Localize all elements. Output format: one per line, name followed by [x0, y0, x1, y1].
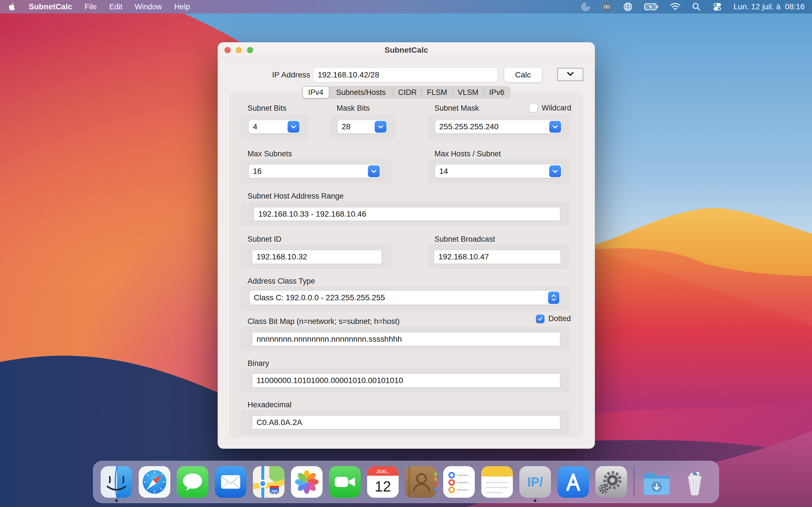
zoom-button[interactable]: [247, 47, 253, 53]
tab-bar: IPv4 Subnets/Hosts CIDR FLSM VLSM IPv6: [302, 86, 511, 99]
menu-file[interactable]: File: [85, 3, 97, 11]
wildcard-checkbox-row: Wildcard: [529, 104, 571, 112]
svg-text:12: 12: [375, 478, 391, 495]
dock-separator: [633, 466, 635, 497]
tab-flsm[interactable]: FLSM: [422, 87, 452, 98]
svg-text:IP/: IP/: [527, 474, 543, 489]
menu-clock[interactable]: Lun. 12 juil. à 08:16: [733, 2, 805, 11]
dock-safari-icon[interactable]: [139, 466, 170, 498]
subnet-id-field[interactable]: 192.168.10.32: [252, 250, 382, 264]
class-bit-map-label: Class Bit Map (n=network; s=subnet; h=ho…: [248, 317, 400, 326]
dotted-checkbox-row: Dotted: [536, 314, 571, 323]
chevron-down-icon: [566, 71, 574, 78]
calc-button[interactable]: Calc: [504, 68, 542, 82]
dock-subnetcalc-icon[interactable]: IP/: [519, 466, 551, 498]
minimize-button[interactable]: [236, 47, 242, 53]
binary-label: Binary: [248, 359, 269, 368]
hexadecimal-field[interactable]: C0.A8.0A.2A: [252, 415, 560, 429]
host-range-label: Subnet Host Address Range: [248, 192, 344, 201]
chevron-down-icon[interactable]: [368, 165, 380, 177]
mask-bits-dropdown[interactable]: 28: [338, 120, 388, 133]
ip-address-input[interactable]: 192.168.10.42/28: [313, 68, 498, 82]
mask-bits-label: Mask Bits: [337, 104, 370, 113]
class-bit-map-field[interactable]: nnnnnnnn.nnnnnnnn.nnnnnnnn.sssshhhh: [252, 332, 560, 346]
desktop: SubnetCalc File Edit Window Help: [0, 0, 812, 507]
menu-help[interactable]: Help: [174, 3, 190, 11]
max-subnets-dropdown[interactable]: 16: [249, 165, 380, 178]
dock-reminders-icon[interactable]: [443, 466, 475, 498]
dock-photos-icon[interactable]: [291, 466, 322, 498]
tab-subnets-hosts[interactable]: Subnets/Hosts: [329, 87, 393, 98]
dock-contacts-icon[interactable]: [405, 466, 437, 498]
subnet-broadcast-label: Subnet Broadcast: [435, 235, 495, 244]
binary-field[interactable]: 11000000.10101000.00001010.00101010: [252, 374, 560, 388]
host-range-field[interactable]: 192.168.10.33 - 192.168.10.46: [254, 207, 560, 221]
subnet-bits-label: Subnet Bits: [248, 104, 287, 113]
max-hosts-label: Max Hosts / Subnet: [435, 150, 501, 158]
hexadecimal-label: Hexadecimal: [248, 400, 292, 409]
title-bar[interactable]: SubnetCalc: [218, 42, 595, 58]
menu-window[interactable]: Window: [135, 3, 162, 11]
globe-icon[interactable]: [623, 2, 633, 11]
dock-app-store-icon[interactable]: [557, 466, 589, 498]
dock-calendar-icon[interactable]: JUIL. 12: [367, 466, 399, 498]
dock: 280: [93, 461, 719, 503]
tab-ipv4[interactable]: IPv4: [303, 87, 329, 98]
dock-mail-icon[interactable]: [215, 466, 246, 498]
dotted-label: Dotted: [548, 314, 571, 323]
dock-trash-icon[interactable]: [679, 466, 711, 498]
chevron-down-icon[interactable]: [375, 121, 387, 133]
battery-charging-icon[interactable]: [644, 3, 659, 11]
dock-messages-icon[interactable]: [177, 466, 208, 498]
dock-downloads-folder-icon[interactable]: [641, 466, 672, 498]
subnet-mask-dropdown[interactable]: 255.255.255.240: [435, 120, 562, 133]
max-subnets-label: Max Subnets: [248, 150, 292, 158]
wildcard-label: Wildcard: [542, 104, 571, 112]
chevron-up-down-icon[interactable]: [548, 291, 559, 304]
window-title: SubnetCalc: [218, 46, 595, 55]
dock-facetime-icon[interactable]: [329, 466, 361, 498]
menu-bar: SubnetCalc File Edit Window Help: [0, 0, 812, 13]
subnet-mask-label: Subnet Mask: [435, 104, 479, 113]
spotlight-icon[interactable]: [692, 2, 701, 11]
mask-bits-value: 28: [342, 122, 350, 131]
menu-app-name[interactable]: SubnetCalc: [29, 2, 72, 11]
max-subnets-value: 16: [253, 167, 262, 176]
dock-finder-icon[interactable]: [101, 466, 132, 498]
apple-menu-icon[interactable]: [8, 2, 16, 11]
menu-edit[interactable]: Edit: [109, 3, 123, 11]
subnet-mask-value: 255.255.255.240: [439, 122, 499, 131]
dock-system-preferences-icon[interactable]: [596, 466, 627, 498]
wifi-icon[interactable]: [670, 3, 680, 11]
dock-maps-icon[interactable]: 280: [253, 466, 285, 498]
svg-text:JUIL.: JUIL.: [376, 469, 390, 474]
subnetcalc-window: SubnetCalc IP Address 192.168.10.42/28 C…: [218, 42, 595, 449]
tab-vlsm[interactable]: VLSM: [453, 87, 483, 98]
sync-spiral-icon[interactable]: [581, 2, 591, 11]
address-class-value: Class C: 192.0.0.0 - 223.255.255.255: [254, 293, 385, 302]
control-center-icon[interactable]: [712, 2, 722, 11]
address-class-label: Address Class Type: [248, 277, 315, 286]
ip-address-label: IP Address: [246, 68, 310, 82]
subnet-bits-dropdown[interactable]: 4: [249, 120, 300, 133]
max-hosts-dropdown[interactable]: 14: [435, 165, 562, 178]
creative-cloud-icon[interactable]: [602, 2, 612, 12]
options-disclosure-button[interactable]: [557, 68, 583, 81]
subnet-broadcast-field[interactable]: 192.168.10.47: [434, 250, 561, 264]
chevron-down-icon[interactable]: [288, 121, 299, 133]
dotted-checkbox[interactable]: [536, 315, 545, 323]
wildcard-checkbox[interactable]: [529, 104, 538, 112]
close-button[interactable]: [224, 47, 231, 53]
chevron-down-icon[interactable]: [549, 165, 561, 177]
chevron-down-icon[interactable]: [549, 121, 561, 133]
tab-ipv6[interactable]: IPv6: [484, 87, 510, 98]
subnet-bits-value: 4: [253, 122, 257, 131]
tab-cidr[interactable]: CIDR: [394, 87, 421, 98]
subnet-id-label: Subnet ID: [248, 235, 282, 244]
dock-notes-icon[interactable]: [481, 466, 513, 498]
max-hosts-value: 14: [439, 167, 448, 176]
address-class-popup[interactable]: Class C: 192.0.0.0 - 223.255.255.255: [250, 291, 560, 305]
svg-text:280: 280: [271, 489, 278, 494]
